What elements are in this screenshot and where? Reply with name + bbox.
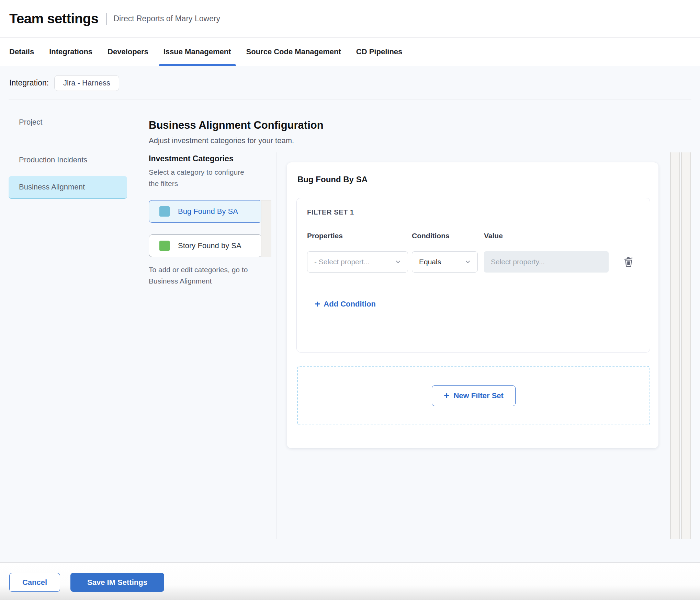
panel-divider	[276, 152, 276, 539]
team-settings-screen: Team settings Direct Reports of Mary Low…	[0, 0, 700, 600]
tab-integrations-label: Integrations	[49, 47, 92, 56]
settings-sidebar: Project Production Incidents Business Al…	[9, 100, 138, 539]
tab-issue-management[interactable]: Issue Management	[159, 38, 236, 66]
category-list-scrollbar[interactable]	[261, 200, 271, 257]
property-select[interactable]: - Select propert...	[307, 251, 408, 273]
plus-icon: +	[444, 392, 449, 400]
category-label: Story Found by SA	[178, 241, 241, 250]
category-bug-found-by-sa[interactable]: Bug Found By SA	[149, 200, 262, 223]
sidebar-item-project-label: Project	[19, 118, 42, 127]
main-subtitle: Adjust investment categories for your te…	[149, 136, 294, 145]
investment-categories-hint: Select a category to configure the filte…	[149, 166, 252, 189]
filter-set-label: FILTER SET 1	[307, 208, 354, 216]
integration-label: Integration:	[9, 78, 49, 88]
category-label: Bug Found By SA	[178, 207, 238, 216]
vertical-scrollbar-track[interactable]	[681, 152, 691, 539]
active-tab-underline	[159, 64, 236, 66]
sidebar-item-project[interactable]: Project	[9, 115, 127, 130]
footer-bar: Cancel Save IM Settings	[0, 562, 700, 600]
page-subtitle: Direct Reports of Mary Lowery	[114, 14, 221, 23]
save-im-settings-button[interactable]: Save IM Settings	[70, 573, 164, 592]
new-filter-set-button[interactable]: + New Filter Set	[432, 385, 516, 406]
condition-select-value: Equals	[419, 258, 441, 266]
page-header: Team settings Direct Reports of Mary Low…	[0, 0, 700, 38]
tab-issue-management-label: Issue Management	[163, 47, 231, 56]
main-title: Business Alignment Configuration	[149, 119, 324, 131]
property-select-placeholder: - Select propert...	[314, 258, 370, 266]
category-story-found-by-sa[interactable]: Story Found by SA	[149, 234, 262, 257]
column-header-conditions: Conditions	[412, 232, 450, 240]
tab-integrations[interactable]: Integrations	[44, 38, 97, 66]
column-header-properties: Properties	[307, 232, 343, 240]
sidebar-item-business-alignment-label: Business Alignment	[19, 183, 85, 192]
filter-set-box: FILTER SET 1 Properties Conditions Value…	[296, 198, 650, 353]
categories-footnote: To add or edit categories, go to Busines…	[149, 264, 262, 287]
sidebar-item-production-incidents-label: Production Incidents	[19, 155, 87, 164]
value-input[interactable]	[484, 251, 609, 273]
integration-chip[interactable]: Jira - Harness	[54, 75, 119, 91]
new-filter-set-label: New Filter Set	[453, 391, 503, 400]
add-condition-button[interactable]: + Add Condition	[315, 300, 376, 309]
new-filter-set-dropzone: + New Filter Set	[297, 366, 650, 425]
column-header-value: Value	[484, 232, 503, 240]
trash-icon	[622, 255, 635, 268]
tab-details[interactable]: Details	[4, 38, 39, 66]
integration-row: Integration: Jira - Harness	[9, 66, 119, 100]
content-section: Project Production Incidents Business Al…	[9, 100, 691, 539]
category-color-swatch	[159, 206, 170, 217]
tab-details-label: Details	[9, 47, 34, 56]
vertical-scrollbar-track[interactable]	[670, 152, 680, 539]
cancel-button[interactable]: Cancel	[9, 573, 60, 592]
page-title: Team settings	[9, 11, 99, 26]
add-condition-label: Add Condition	[324, 300, 376, 309]
plus-icon: +	[315, 300, 320, 308]
sidebar-item-production-incidents[interactable]: Production Incidents	[9, 152, 127, 168]
tab-cd-pipelines[interactable]: CD Pipelines	[351, 38, 407, 66]
sidebar-item-business-alignment[interactable]: Business Alignment	[9, 176, 127, 199]
chevron-down-icon	[395, 258, 402, 265]
tab-source-code-management[interactable]: Source Code Management	[241, 38, 346, 66]
main-panel: Business Alignment Configuration Adjust …	[138, 100, 691, 539]
tab-bar: Details Integrations Developers Issue Ma…	[0, 38, 700, 66]
tab-developers-label: Developers	[108, 47, 148, 56]
investment-categories-heading: Investment Categories	[149, 154, 234, 163]
chevron-down-icon	[464, 258, 471, 265]
tab-source-code-management-label: Source Code Management	[246, 47, 341, 56]
filter-config-card: Bug Found By SA FILTER SET 1 Properties …	[287, 162, 658, 448]
delete-condition-button[interactable]	[621, 254, 636, 269]
condition-select[interactable]: Equals	[412, 251, 478, 273]
tab-developers[interactable]: Developers	[103, 38, 153, 66]
filter-card-heading: Bug Found By SA	[297, 175, 368, 184]
title-separator	[106, 13, 107, 25]
category-color-swatch	[159, 241, 170, 251]
tab-cd-pipelines-label: CD Pipelines	[356, 47, 402, 56]
